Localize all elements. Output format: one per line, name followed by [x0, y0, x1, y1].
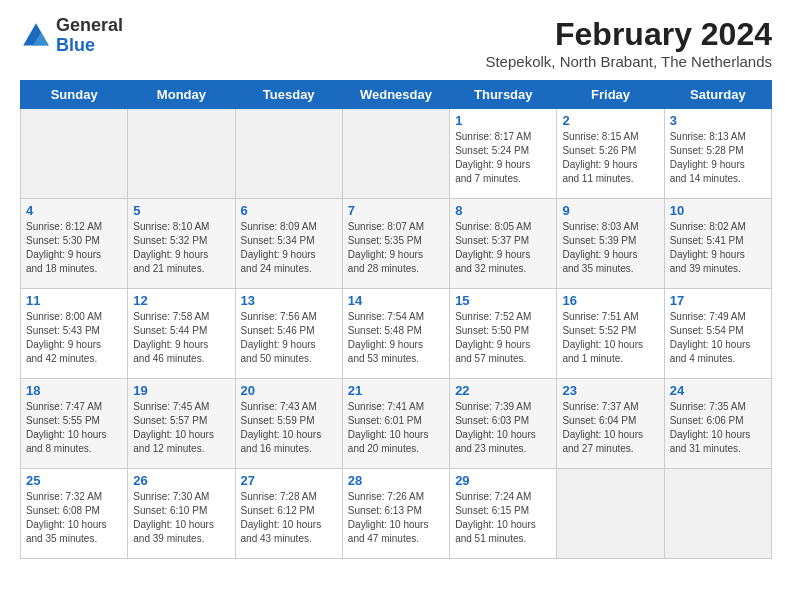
calendar-cell: 6Sunrise: 8:09 AM Sunset: 5:34 PM Daylig…: [235, 199, 342, 289]
calendar-cell: [21, 109, 128, 199]
calendar-cell: 14Sunrise: 7:54 AM Sunset: 5:48 PM Dayli…: [342, 289, 449, 379]
day-number: 11: [26, 293, 122, 308]
day-number: 9: [562, 203, 658, 218]
day-info: Sunrise: 8:05 AM Sunset: 5:37 PM Dayligh…: [455, 220, 551, 276]
calendar-cell: [235, 109, 342, 199]
day-number: 20: [241, 383, 337, 398]
calendar-cell: 25Sunrise: 7:32 AM Sunset: 6:08 PM Dayli…: [21, 469, 128, 559]
day-info: Sunrise: 7:30 AM Sunset: 6:10 PM Dayligh…: [133, 490, 229, 546]
day-info: Sunrise: 8:03 AM Sunset: 5:39 PM Dayligh…: [562, 220, 658, 276]
calendar-cell: 13Sunrise: 7:56 AM Sunset: 5:46 PM Dayli…: [235, 289, 342, 379]
calendar-cell: 28Sunrise: 7:26 AM Sunset: 6:13 PM Dayli…: [342, 469, 449, 559]
calendar-cell: [557, 469, 664, 559]
day-info: Sunrise: 8:12 AM Sunset: 5:30 PM Dayligh…: [26, 220, 122, 276]
day-info: Sunrise: 7:35 AM Sunset: 6:06 PM Dayligh…: [670, 400, 766, 456]
calendar-cell: 11Sunrise: 8:00 AM Sunset: 5:43 PM Dayli…: [21, 289, 128, 379]
day-info: Sunrise: 7:28 AM Sunset: 6:12 PM Dayligh…: [241, 490, 337, 546]
week-row-1: 1Sunrise: 8:17 AM Sunset: 5:24 PM Daylig…: [21, 109, 772, 199]
calendar-cell: 20Sunrise: 7:43 AM Sunset: 5:59 PM Dayli…: [235, 379, 342, 469]
calendar-cell: 22Sunrise: 7:39 AM Sunset: 6:03 PM Dayli…: [450, 379, 557, 469]
calendar-cell: [342, 109, 449, 199]
day-info: Sunrise: 7:41 AM Sunset: 6:01 PM Dayligh…: [348, 400, 444, 456]
day-number: 1: [455, 113, 551, 128]
location-subtitle: Stepekolk, North Brabant, The Netherland…: [485, 53, 772, 70]
day-number: 21: [348, 383, 444, 398]
weekday-header-friday: Friday: [557, 81, 664, 109]
calendar-cell: 21Sunrise: 7:41 AM Sunset: 6:01 PM Dayli…: [342, 379, 449, 469]
day-info: Sunrise: 8:09 AM Sunset: 5:34 PM Dayligh…: [241, 220, 337, 276]
day-number: 16: [562, 293, 658, 308]
month-year-title: February 2024: [485, 16, 772, 53]
day-info: Sunrise: 8:15 AM Sunset: 5:26 PM Dayligh…: [562, 130, 658, 186]
day-number: 4: [26, 203, 122, 218]
day-info: Sunrise: 7:37 AM Sunset: 6:04 PM Dayligh…: [562, 400, 658, 456]
calendar-table: SundayMondayTuesdayWednesdayThursdayFrid…: [20, 80, 772, 559]
weekday-header-wednesday: Wednesday: [342, 81, 449, 109]
calendar-cell: 16Sunrise: 7:51 AM Sunset: 5:52 PM Dayli…: [557, 289, 664, 379]
weekday-header-row: SundayMondayTuesdayWednesdayThursdayFrid…: [21, 81, 772, 109]
title-block: February 2024 Stepekolk, North Brabant, …: [485, 16, 772, 70]
day-number: 18: [26, 383, 122, 398]
day-number: 2: [562, 113, 658, 128]
calendar-cell: [128, 109, 235, 199]
day-number: 22: [455, 383, 551, 398]
day-number: 23: [562, 383, 658, 398]
day-info: Sunrise: 8:00 AM Sunset: 5:43 PM Dayligh…: [26, 310, 122, 366]
calendar-cell: 2Sunrise: 8:15 AM Sunset: 5:26 PM Daylig…: [557, 109, 664, 199]
calendar-cell: 15Sunrise: 7:52 AM Sunset: 5:50 PM Dayli…: [450, 289, 557, 379]
day-number: 7: [348, 203, 444, 218]
day-info: Sunrise: 7:58 AM Sunset: 5:44 PM Dayligh…: [133, 310, 229, 366]
day-number: 15: [455, 293, 551, 308]
day-info: Sunrise: 8:17 AM Sunset: 5:24 PM Dayligh…: [455, 130, 551, 186]
day-number: 25: [26, 473, 122, 488]
calendar-cell: 26Sunrise: 7:30 AM Sunset: 6:10 PM Dayli…: [128, 469, 235, 559]
day-info: Sunrise: 7:26 AM Sunset: 6:13 PM Dayligh…: [348, 490, 444, 546]
calendar-cell: 19Sunrise: 7:45 AM Sunset: 5:57 PM Dayli…: [128, 379, 235, 469]
day-number: 29: [455, 473, 551, 488]
day-info: Sunrise: 7:47 AM Sunset: 5:55 PM Dayligh…: [26, 400, 122, 456]
day-number: 8: [455, 203, 551, 218]
day-number: 19: [133, 383, 229, 398]
calendar-cell: 18Sunrise: 7:47 AM Sunset: 5:55 PM Dayli…: [21, 379, 128, 469]
weekday-header-sunday: Sunday: [21, 81, 128, 109]
week-row-5: 25Sunrise: 7:32 AM Sunset: 6:08 PM Dayli…: [21, 469, 772, 559]
calendar-cell: 12Sunrise: 7:58 AM Sunset: 5:44 PM Dayli…: [128, 289, 235, 379]
header: General Blue February 2024 Stepekolk, No…: [20, 16, 772, 70]
day-info: Sunrise: 7:52 AM Sunset: 5:50 PM Dayligh…: [455, 310, 551, 366]
day-info: Sunrise: 7:51 AM Sunset: 5:52 PM Dayligh…: [562, 310, 658, 366]
day-number: 12: [133, 293, 229, 308]
calendar-cell: [664, 469, 771, 559]
day-info: Sunrise: 8:02 AM Sunset: 5:41 PM Dayligh…: [670, 220, 766, 276]
logo: General Blue: [20, 16, 123, 56]
day-number: 6: [241, 203, 337, 218]
calendar-cell: 9Sunrise: 8:03 AM Sunset: 5:39 PM Daylig…: [557, 199, 664, 289]
weekday-header-saturday: Saturday: [664, 81, 771, 109]
logo-icon: [20, 20, 52, 52]
week-row-3: 11Sunrise: 8:00 AM Sunset: 5:43 PM Dayli…: [21, 289, 772, 379]
day-number: 14: [348, 293, 444, 308]
weekday-header-thursday: Thursday: [450, 81, 557, 109]
day-number: 27: [241, 473, 337, 488]
day-info: Sunrise: 7:45 AM Sunset: 5:57 PM Dayligh…: [133, 400, 229, 456]
weekday-header-monday: Monday: [128, 81, 235, 109]
day-number: 13: [241, 293, 337, 308]
day-info: Sunrise: 7:32 AM Sunset: 6:08 PM Dayligh…: [26, 490, 122, 546]
calendar-cell: 3Sunrise: 8:13 AM Sunset: 5:28 PM Daylig…: [664, 109, 771, 199]
day-number: 24: [670, 383, 766, 398]
day-info: Sunrise: 8:13 AM Sunset: 5:28 PM Dayligh…: [670, 130, 766, 186]
day-number: 3: [670, 113, 766, 128]
calendar-cell: 8Sunrise: 8:05 AM Sunset: 5:37 PM Daylig…: [450, 199, 557, 289]
calendar-cell: 4Sunrise: 8:12 AM Sunset: 5:30 PM Daylig…: [21, 199, 128, 289]
calendar-cell: 7Sunrise: 8:07 AM Sunset: 5:35 PM Daylig…: [342, 199, 449, 289]
logo-text: General Blue: [56, 16, 123, 56]
day-info: Sunrise: 8:10 AM Sunset: 5:32 PM Dayligh…: [133, 220, 229, 276]
calendar-cell: 23Sunrise: 7:37 AM Sunset: 6:04 PM Dayli…: [557, 379, 664, 469]
day-number: 10: [670, 203, 766, 218]
day-number: 26: [133, 473, 229, 488]
day-number: 28: [348, 473, 444, 488]
week-row-4: 18Sunrise: 7:47 AM Sunset: 5:55 PM Dayli…: [21, 379, 772, 469]
day-info: Sunrise: 7:54 AM Sunset: 5:48 PM Dayligh…: [348, 310, 444, 366]
day-info: Sunrise: 8:07 AM Sunset: 5:35 PM Dayligh…: [348, 220, 444, 276]
day-info: Sunrise: 7:56 AM Sunset: 5:46 PM Dayligh…: [241, 310, 337, 366]
day-info: Sunrise: 7:49 AM Sunset: 5:54 PM Dayligh…: [670, 310, 766, 366]
